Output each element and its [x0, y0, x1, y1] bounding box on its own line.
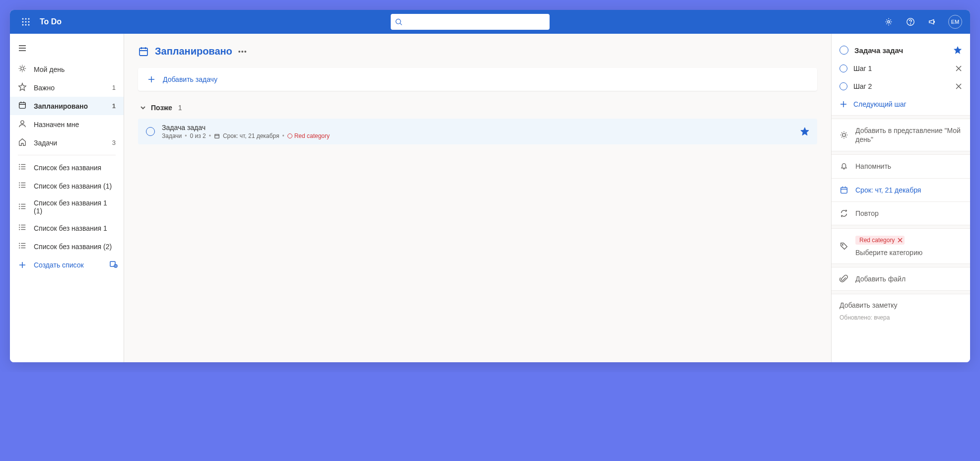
svg-point-9 — [396, 19, 401, 24]
section-header[interactable]: Позже 1 — [138, 101, 817, 115]
category-row[interactable]: Red category Выберите категорию — [832, 229, 970, 263]
sidebar-item-label: Важно — [34, 84, 105, 92]
attach-label: Добавить файл — [855, 274, 962, 283]
sidebar-item[interactable]: Список без названия (1) — [10, 177, 124, 195]
detail-important-star[interactable] — [953, 46, 962, 55]
due-date-button[interactable]: Срок: чт, 21 декабря — [832, 179, 970, 202]
gear-icon — [884, 17, 893, 26]
sidebar-item[interactable]: Мой день — [10, 60, 124, 78]
sidebar: Мой деньВажно1Запланировано1Назначен мне… — [10, 34, 124, 362]
sidebar-item[interactable]: Список без названия 1 (1) — [10, 195, 124, 219]
svg-point-41 — [19, 183, 20, 183]
svg-point-60 — [19, 246, 20, 246]
user-avatar[interactable]: EM — [948, 15, 962, 29]
list-options-button[interactable]: ••• — [238, 48, 247, 56]
sidebar-item[interactable]: Список без названия — [10, 158, 124, 177]
search-box[interactable] — [391, 14, 550, 30]
add-to-my-day-button[interactable]: Добавить в представление "Мой день" — [832, 119, 970, 151]
search-icon — [395, 18, 403, 26]
sidebar-divider — [18, 155, 116, 155]
add-task-input[interactable]: Добавить задачу — [138, 68, 817, 91]
list-header: Запланировано ••• — [138, 46, 817, 57]
svg-point-31 — [21, 121, 24, 124]
svg-point-17 — [21, 67, 24, 70]
detail-title-row: Задача задач — [832, 43, 970, 60]
calendar-icon — [214, 133, 220, 139]
note-input[interactable]: Добавить заметку — [832, 294, 970, 312]
svg-point-47 — [19, 204, 20, 204]
help-button[interactable] — [901, 10, 920, 34]
sidebar-item[interactable]: Задачи3 — [10, 133, 124, 152]
svg-line-92 — [841, 137, 842, 137]
settings-button[interactable] — [879, 10, 899, 34]
home-icon — [18, 137, 27, 148]
task-important-star[interactable] — [800, 127, 809, 136]
sidebar-toggle[interactable] — [10, 40, 124, 60]
step-checkbox[interactable] — [840, 65, 847, 72]
detail-complete-checkbox[interactable] — [840, 46, 848, 55]
sidebar-item-count: 1 — [112, 84, 116, 91]
add-task-placeholder: Добавить задачу — [163, 75, 217, 83]
task-progress: 0 из 2 — [190, 132, 206, 139]
app-launcher-button[interactable] — [14, 10, 38, 34]
sidebar-item-label: Список без названия 1 (1) — [34, 199, 116, 215]
category-chip[interactable]: Red category — [855, 236, 905, 245]
delete-step-icon[interactable] — [955, 65, 962, 72]
task-list-name: Задачи — [162, 132, 182, 139]
task-complete-checkbox[interactable] — [146, 127, 155, 136]
sidebar-item-label: Мой день — [34, 66, 116, 73]
repeat-button[interactable]: Повтор — [832, 202, 970, 225]
task-row[interactable]: Задача задач Задачи • 0 из 2 • Срок: чт,… — [138, 119, 817, 144]
list-icon — [18, 181, 27, 191]
plus-icon — [18, 261, 27, 269]
app-header: To Do EM — [10, 10, 970, 34]
updated-timestamp: Обновлено: вчера — [832, 312, 970, 328]
svg-point-53 — [19, 225, 20, 225]
step-label: Шаг 2 — [853, 82, 949, 90]
hamburger-icon — [18, 44, 27, 53]
megaphone-button[interactable] — [922, 10, 942, 34]
category-placeholder: Выберите категорию — [855, 249, 922, 257]
task-body: Задача задач Задачи • 0 из 2 • Срок: чт,… — [162, 124, 793, 139]
svg-point-42 — [19, 185, 20, 186]
svg-line-10 — [400, 23, 402, 25]
svg-point-43 — [19, 187, 20, 188]
svg-point-35 — [19, 164, 20, 165]
step-row[interactable]: Шаг 2 — [832, 77, 970, 95]
delete-step-icon[interactable] — [955, 83, 962, 90]
task-due: Срок: чт, 21 декабря — [223, 132, 279, 139]
due-date-label: Срок: чт, 21 декабря — [855, 186, 962, 195]
svg-rect-74 — [215, 134, 219, 138]
repeat-icon — [840, 209, 848, 218]
search-input[interactable] — [406, 18, 546, 26]
svg-marker-26 — [19, 83, 26, 90]
sidebar-item-count: 1 — [112, 102, 116, 110]
app-title: To Do — [40, 17, 62, 26]
svg-line-24 — [24, 66, 25, 66]
detail-title[interactable]: Задача задач — [854, 46, 947, 55]
sidebar-item[interactable]: Назначен мне — [10, 115, 124, 133]
sidebar-item[interactable]: Список без названия 1 — [10, 219, 124, 237]
new-group-button[interactable] — [109, 260, 118, 270]
sidebar-item[interactable]: Список без названия (2) — [10, 237, 124, 256]
remind-button[interactable]: Напомнить — [832, 155, 970, 178]
attach-file-button[interactable]: Добавить файл — [832, 267, 970, 290]
step-row[interactable]: Шаг 1 — [832, 60, 970, 77]
add-step-button[interactable]: Следующий шаг — [832, 95, 970, 115]
svg-rect-27 — [19, 103, 26, 109]
task-meta: Задачи • 0 из 2 • Срок: чт, 21 декабря •… — [162, 132, 793, 139]
svg-line-90 — [846, 137, 846, 137]
calendar-icon — [18, 101, 27, 111]
svg-point-59 — [19, 243, 20, 244]
sidebar-item[interactable]: Важно1 — [10, 78, 124, 97]
svg-line-91 — [846, 132, 846, 133]
step-checkbox[interactable] — [840, 82, 847, 90]
new-list-row[interactable]: Создать список — [10, 256, 124, 274]
remove-category-icon[interactable] — [898, 238, 903, 243]
svg-point-11 — [888, 21, 890, 23]
svg-line-22 — [20, 66, 20, 66]
list-icon — [18, 162, 27, 173]
sidebar-item[interactable]: Запланировано1 — [10, 97, 124, 115]
svg-marker-77 — [954, 46, 962, 54]
svg-point-48 — [19, 206, 20, 206]
